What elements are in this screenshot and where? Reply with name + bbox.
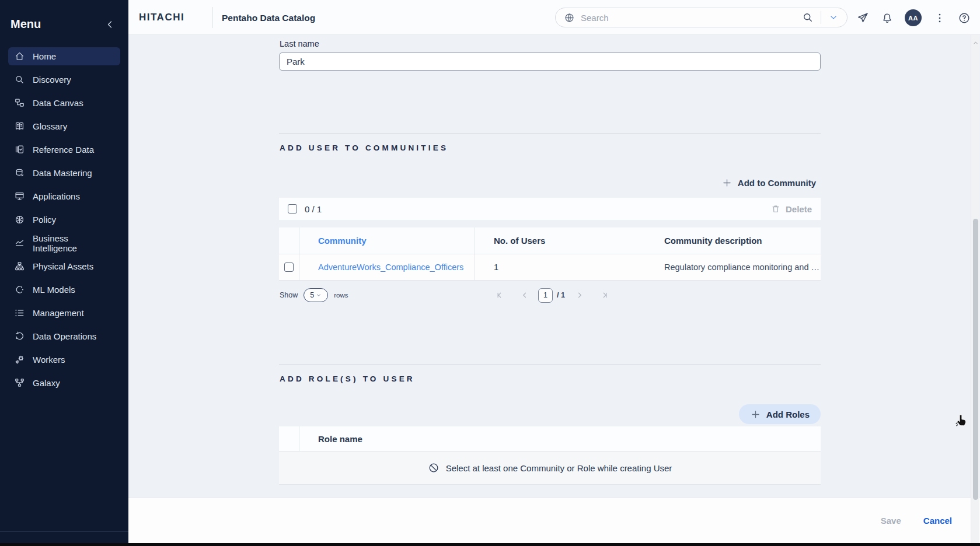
sidebar-item-label: Data Operations [33,331,96,341]
sidebar-nav: Home Discovery Data Canvas Glossary Refe… [0,47,128,392]
last-name-field[interactable] [279,52,821,71]
sidebar-item-reference-data[interactable]: Reference Data [8,141,120,159]
column-header-role-name: Role name [299,426,821,451]
sidebar-item-label: Glossary [33,121,67,131]
physical-assets-icon [14,261,25,272]
sidebar-item-physical-assets[interactable]: Physical Assets [8,257,120,275]
first-page-button[interactable] [495,290,505,300]
sidebar-item-home[interactable]: Home [8,47,120,65]
management-icon [14,307,25,318]
last-page-button[interactable] [599,290,609,300]
chevron-down-icon [316,292,322,298]
sidebar: Menu Home Discovery Data Canvas Glossary [0,0,128,546]
current-page-box[interactable]: 1 [538,288,553,303]
vertical-scrollbar[interactable] [971,35,979,543]
sidebar-item-label: Data Canvas [33,98,83,108]
chevron-left-icon [104,19,116,30]
bell-icon[interactable] [880,11,894,24]
scroll-up-icon[interactable] [972,38,979,44]
kebab-menu-icon[interactable] [933,11,946,24]
sidebar-footer-divider [0,531,128,532]
search-input[interactable] [581,13,802,23]
data-mastering-icon [14,167,25,178]
window-bottom-edge [0,543,980,546]
sidebar-item-glossary[interactable]: Glossary [8,117,120,135]
next-page-button[interactable] [574,290,585,300]
save-button[interactable]: Save [881,516,901,526]
delete-button[interactable]: Delete [770,204,812,214]
sidebar-item-galaxy[interactable]: Galaxy [8,374,120,392]
sidebar-item-applications[interactable]: Applications [8,187,120,205]
search-pill-divider [821,11,821,24]
sidebar-title: Menu [11,18,41,31]
community-cell: AdventureWorks_Compliance_Officers [299,254,475,280]
sidebar-item-label: Business Intelligence [33,233,114,253]
section-divider [279,364,821,365]
sidebar-item-ml-models[interactable]: ML Models [8,281,120,299]
workers-icon [14,354,25,365]
data-operations-icon [14,331,25,342]
section-divider [279,133,821,134]
sidebar-item-management[interactable]: Management [8,304,120,322]
sidebar-item-data-canvas[interactable]: Data Canvas [8,94,120,112]
communities-section-title: ADD USER TO COMMUNITIES [280,144,448,152]
data-canvas-icon [14,97,25,108]
description-cell: Regulatory compliance monitoring and … [646,262,821,272]
table-row: AdventureWorks_Compliance_Officers 1 Reg… [279,254,821,281]
sidebar-header: Menu [0,0,128,37]
business-intelligence-icon [14,237,25,249]
chevron-down-icon[interactable] [828,12,839,23]
roles-empty-state: Select at least one Community or Role wh… [279,452,821,485]
hitachi-logo: HITACHI [139,12,184,23]
selection-count: 0 / 1 [305,204,322,214]
sidebar-item-data-mastering[interactable]: Data Mastering [8,164,120,182]
communities-table-header: Community No. of Users Community descrip… [279,228,821,254]
communities-table: Community No. of Users Community descrip… [279,228,821,281]
sidebar-item-label: Policy [33,215,56,225]
sidebar-item-label: Applications [33,191,80,201]
prohibited-icon [428,462,440,474]
form-footer: Save Cancel [128,498,980,543]
sidebar-item-label: Workers [33,355,65,365]
add-to-community-button[interactable]: Add to Community [721,177,816,188]
sidebar-item-business-intelligence[interactable]: Business Intelligence [8,234,120,252]
search-icon[interactable] [802,12,814,23]
sidebar-item-policy[interactable]: Policy [8,211,120,229]
previous-page-button[interactable] [519,290,530,300]
rows-per-page-select[interactable]: 5 [304,288,328,302]
app-window: Menu Home Discovery Data Canvas Glossary [0,0,980,546]
column-header-users: No. of Users [475,228,646,254]
plus-icon [721,177,733,188]
sidebar-item-discovery[interactable]: Discovery [8,71,120,89]
global-search [555,8,848,27]
cancel-button[interactable]: Cancel [923,516,952,526]
scrollbar-thumb[interactable] [973,219,978,500]
help-icon[interactable] [957,11,971,24]
sidebar-item-workers[interactable]: Workers [8,351,120,369]
home-icon [14,51,25,62]
select-all-checkbox[interactable] [288,204,297,214]
avatar[interactable]: AA [905,9,922,26]
sidebar-collapse-button[interactable] [104,19,116,30]
roles-section-title: ADD ROLE(S) TO USER [280,374,415,383]
ml-models-icon [14,284,25,295]
brand-divider [212,7,213,28]
sidebar-item-label: Galaxy [33,378,60,388]
row-checkbox[interactable] [284,262,294,272]
glossary-icon [14,121,25,132]
send-icon[interactable] [856,11,869,24]
top-bar: HITACHI Pentaho Data Catalog AA [128,0,980,35]
rows-label: rows [334,292,348,299]
roles-table: Role name Select at least one Community … [279,426,821,485]
add-roles-button[interactable]: Add Roles [739,404,821,424]
sidebar-item-label: Data Mastering [33,168,92,178]
communities-pagination: Show 5 rows 1 / 1 [279,287,821,303]
sidebar-item-label: Reference Data [33,145,94,155]
globe-icon [564,12,575,23]
app-title: Pentaho Data Catalog [222,13,315,23]
community-link[interactable]: AdventureWorks_Compliance_Officers [318,262,463,272]
sidebar-item-data-operations[interactable]: Data Operations [8,327,120,345]
main-content: Last name ADD USER TO COMMUNITIES Add to… [128,35,980,498]
sidebar-item-label: Home [33,51,56,61]
column-header-community[interactable]: Community [299,228,475,254]
